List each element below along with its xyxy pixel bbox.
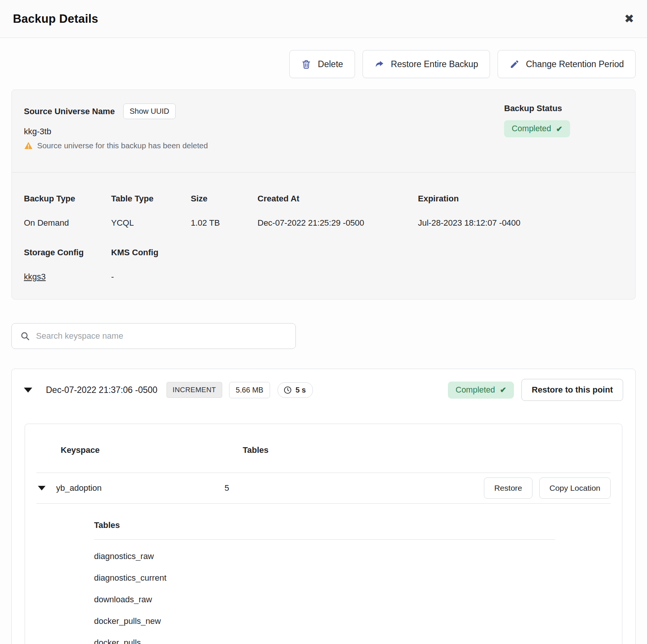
kms-config-label: KMS Config xyxy=(111,248,207,258)
restore-arrow-icon xyxy=(374,59,385,69)
increment-header: Dec-07-2022 21:37:06 -0500 INCREMENT 5.6… xyxy=(12,369,635,411)
search-icon xyxy=(20,331,30,341)
tables-subdivider xyxy=(94,539,555,540)
status-badge: Completed ✔ xyxy=(504,120,570,137)
keyspace-table-card: Keyspace Tables yb_adoption 5 Restore Co… xyxy=(25,424,622,644)
keyspace-table-header: Keyspace Tables xyxy=(25,424,622,473)
increment-card: Dec-07-2022 21:37:06 -0500 INCREMENT 5.6… xyxy=(11,369,636,644)
table-type-label: Table Type xyxy=(111,194,191,204)
table-type-field: Table Type YCQL xyxy=(111,194,191,228)
backup-summary-panel: Source Universe Name Show UUID kkg-3tb S… xyxy=(11,90,636,300)
page-title: Backup Details xyxy=(13,12,98,26)
table-name-item: docker_pulls xyxy=(94,638,622,644)
increment-duration-text: 5 s xyxy=(295,386,306,394)
expiration-value: Jul-28-2023 18:12:07 -0400 xyxy=(418,218,520,228)
increment-duration-badge: 5 s xyxy=(278,382,313,398)
storage-config-link[interactable]: kkgs3 xyxy=(24,272,46,281)
created-at-label: Created At xyxy=(258,194,418,204)
backup-status-block: Backup Status Completed ✔ xyxy=(504,104,570,150)
toolbar: Delete Restore Entire Backup Change Rete… xyxy=(11,50,636,78)
increment-type-badge: INCREMENT xyxy=(166,382,222,398)
universe-deleted-warning: Source universe for this backup has been… xyxy=(24,141,208,150)
check-icon: ✔ xyxy=(500,385,506,394)
expiration-field: Expiration Jul-28-2023 18:12:07 -0400 xyxy=(418,194,520,228)
size-field: Size 1.02 TB xyxy=(191,194,258,228)
chevron-down-icon[interactable] xyxy=(38,486,46,490)
keyspace-column-header: Keyspace xyxy=(61,445,243,455)
source-universe-block: Source Universe Name Show UUID kkg-3tb S… xyxy=(24,104,208,150)
table-name-item: diagnostics_current xyxy=(94,573,622,583)
restore-entire-backup-label: Restore Entire Backup xyxy=(391,59,478,69)
modal-body: Delete Restore Entire Backup Change Rete… xyxy=(0,50,647,644)
created-at-value: Dec-07-2022 21:25:29 -0500 xyxy=(258,218,364,228)
modal-header: Backup Details ✖ xyxy=(0,0,647,38)
universe-name: kkg-3tb xyxy=(24,127,208,137)
size-label: Size xyxy=(191,194,258,204)
created-at-field: Created At Dec-07-2022 21:25:29 -0500 xyxy=(258,194,418,228)
expiration-label: Expiration xyxy=(418,194,520,204)
close-icon[interactable]: ✖ xyxy=(624,13,634,25)
keyspace-row-actions: Restore Copy Location xyxy=(484,478,611,499)
source-universe-label: Source Universe Name xyxy=(24,107,115,116)
backup-type-value: On Demand xyxy=(24,218,69,228)
trash-icon xyxy=(301,59,311,69)
backup-status-label: Backup Status xyxy=(504,104,562,113)
change-retention-period-button[interactable]: Change Retention Period xyxy=(498,50,636,78)
copy-location-button[interactable]: Copy Location xyxy=(539,478,611,499)
increment-size-badge: 5.66 MB xyxy=(229,382,270,398)
pencil-icon xyxy=(509,59,520,69)
status-text: Completed xyxy=(512,124,551,134)
clock-icon xyxy=(283,386,292,394)
keyspace-search xyxy=(11,323,296,349)
chevron-down-icon[interactable] xyxy=(24,388,32,393)
warning-icon xyxy=(24,141,33,150)
tables-column-header: Tables xyxy=(243,445,269,455)
table-type-value: YCQL xyxy=(111,218,134,228)
restore-entire-backup-button[interactable]: Restore Entire Backup xyxy=(363,50,490,78)
table-name-item: docker_pulls_new xyxy=(94,616,622,626)
increment-status-badge: Completed ✔ xyxy=(448,382,514,399)
backup-type-field: Backup Type On Demand xyxy=(24,194,111,228)
size-value: 1.02 TB xyxy=(191,218,220,228)
table-name-item: downloads_raw xyxy=(94,595,622,605)
restore-button[interactable]: Restore xyxy=(484,478,532,499)
show-uuid-button[interactable]: Show UUID xyxy=(123,104,176,119)
storage-config-label: Storage Config xyxy=(24,248,111,258)
delete-button[interactable]: Delete xyxy=(289,50,355,78)
delete-button-label: Delete xyxy=(318,59,343,69)
kms-config-value: - xyxy=(111,272,114,281)
search-input[interactable] xyxy=(36,331,287,341)
keyspace-name: yb_adoption xyxy=(56,483,225,493)
change-retention-period-label: Change Retention Period xyxy=(526,59,624,69)
kms-config-field: KMS Config - xyxy=(111,248,207,282)
check-icon: ✔ xyxy=(556,124,562,134)
table-name-item: diagnostics_raw xyxy=(94,551,622,561)
increment-status-text: Completed xyxy=(455,385,495,395)
tables-subheader: Tables xyxy=(94,520,622,530)
keyspace-tables-expansion: Tables diagnostics_raw diagnostics_curre… xyxy=(25,504,622,644)
keyspace-table-count: 5 xyxy=(225,483,484,493)
warning-text: Source universe for this backup has been… xyxy=(37,141,208,150)
backup-type-label: Backup Type xyxy=(24,194,111,204)
increment-timestamp: Dec-07-2022 21:37:06 -0500 xyxy=(46,385,157,395)
keyspace-row: yb_adoption 5 Restore Copy Location xyxy=(25,473,622,503)
storage-config-field: Storage Config kkgs3 xyxy=(24,248,111,282)
restore-to-this-point-button[interactable]: Restore to this point xyxy=(521,379,623,401)
